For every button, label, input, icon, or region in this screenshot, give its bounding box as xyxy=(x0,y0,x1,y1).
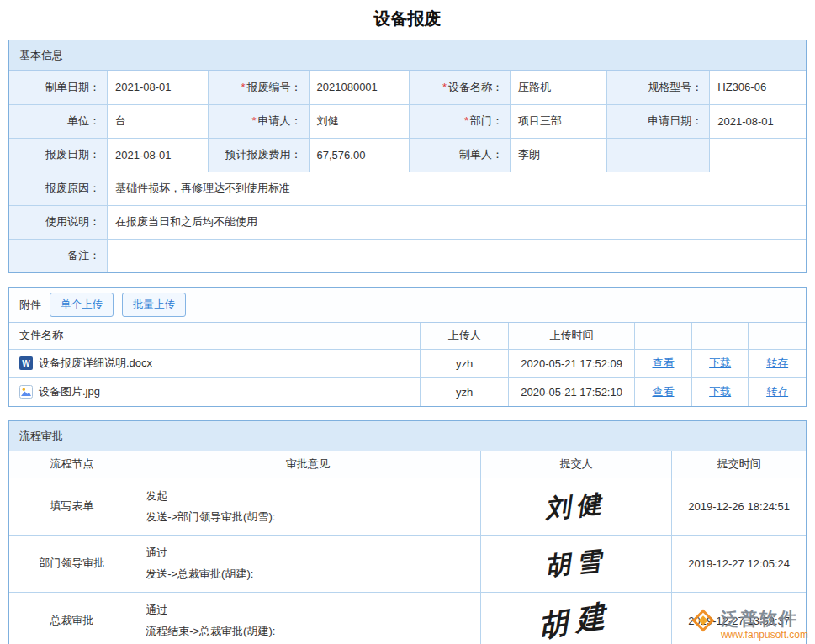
actions-header-cell xyxy=(634,323,691,349)
file-name-text: 设备图片.jpg xyxy=(39,384,100,399)
field-label-device-name: *设备名称： xyxy=(410,71,511,104)
label-text: 制单日期： xyxy=(45,81,100,93)
word-file-icon: W xyxy=(19,356,33,370)
label-text: 使用说明： xyxy=(45,215,100,228)
view-link[interactable]: 查看 xyxy=(652,356,674,369)
basic-row-1: 制单日期： 2021-08-01 *报废编号： 2021080001 *设备名称… xyxy=(9,71,806,104)
required-marker: * xyxy=(442,81,447,93)
field-label-scrap-reason: 报废原因： xyxy=(9,172,107,205)
field-label-maker: 制单人： xyxy=(410,138,511,172)
transfer-link[interactable]: 转存 xyxy=(766,385,788,398)
field-label-empty xyxy=(606,138,710,172)
single-upload-button[interactable]: 单个上传 xyxy=(50,293,114,317)
signature: 刘健 xyxy=(543,486,609,527)
approval-flow-title: 流程审批 xyxy=(19,429,63,444)
submitter-signature-cell: 胡建 xyxy=(481,592,672,644)
field-label-scrap-no: *报废编号： xyxy=(208,71,309,104)
view-cell: 查看 xyxy=(634,377,691,406)
field-value-applicant: 刘健 xyxy=(309,104,410,138)
submitter-signature-cell: 胡雪 xyxy=(481,535,672,592)
approval-header-row: 流程节点 审批意见 提交人 提交时间 xyxy=(9,451,806,478)
batch-upload-button[interactable]: 批量上传 xyxy=(122,293,186,317)
field-value-make-date: 2021-08-01 xyxy=(107,71,208,104)
opinion-line2: 流程结束->总裁审批(胡建): xyxy=(146,624,480,639)
field-value-device-name: 压路机 xyxy=(511,71,607,104)
field-label-unit: 单位： xyxy=(9,104,107,138)
file-row: 设备图片.jpg yzh 2020-05-21 17:52:10 查看 下载 转… xyxy=(9,377,806,406)
download-cell: 下载 xyxy=(692,349,749,377)
value-text: 项目三部 xyxy=(518,114,562,127)
field-value-estimated-cost: 67,576.00 xyxy=(309,138,410,172)
transfer-link[interactable]: 转存 xyxy=(766,356,788,369)
opinion-line2: 发送->总裁审批(胡建): xyxy=(146,567,480,582)
field-value-apply-date: 2021-08-01 xyxy=(710,104,806,138)
value-text: 2021-08-01 xyxy=(717,115,774,128)
field-value-scrap-reason: 基础件损坏，再修理达不到使用标准 xyxy=(107,172,806,205)
download-cell: 下载 xyxy=(692,377,749,406)
actions-header-cell xyxy=(749,323,806,349)
field-value-department: 项目三部 xyxy=(511,104,607,138)
basic-row-reason: 报废原因： 基础件损坏，再修理达不到使用标准 xyxy=(9,172,806,205)
approval-row: 总裁审批 通过 流程结束->总裁审批(胡建): 胡建 2019-12-27 13… xyxy=(9,592,806,644)
flow-node-cell: 填写表单 xyxy=(9,478,135,535)
file-name-header: 文件名称 xyxy=(9,323,421,349)
value-text: 在报废当日和之后均不能使用 xyxy=(115,215,257,228)
submitter-signature-cell: 刘健 xyxy=(481,478,672,535)
basic-row-usage: 使用说明： 在报废当日和之后均不能使用 xyxy=(9,205,806,239)
attachments-header-row: 文件名称 上传人 上传时间 xyxy=(9,323,806,349)
field-value-scrap-date: 2021-08-01 xyxy=(107,138,208,172)
transfer-cell: 转存 xyxy=(749,349,806,377)
approval-flow-header: 流程审批 xyxy=(9,421,806,451)
view-link[interactable]: 查看 xyxy=(652,385,674,398)
label-text: 报废日期： xyxy=(45,148,100,161)
required-marker: * xyxy=(464,114,468,127)
upload-time-header: 上传时间 xyxy=(509,323,635,349)
approval-row: 填写表单 发起 发送->部门领导审批(胡雪): 刘健 2019-12-26 18… xyxy=(9,478,806,535)
submit-time-cell: 2019-12-26 18:24:51 xyxy=(672,478,806,535)
field-label-applicant: *申请人： xyxy=(208,104,309,138)
uploader-header: 上传人 xyxy=(421,323,509,349)
label-text: 备注： xyxy=(67,249,100,261)
label-text: 规格型号： xyxy=(648,81,702,93)
value-text: 李朗 xyxy=(518,148,540,161)
upload-time-cell: 2020-05-21 17:52:09 xyxy=(509,349,635,377)
fanpu-logo: 泛普软件 www.fanpusoft.com xyxy=(690,609,808,641)
opinion-cell: 通过 流程结束->总裁审批(胡建): xyxy=(135,592,481,644)
signature: 胡建 xyxy=(537,594,615,644)
approval-flow-table: 流程节点 审批意见 提交人 提交时间 填写表单 发起 发送->部门领导审批(胡雪… xyxy=(9,451,806,644)
uploader-cell: yzh xyxy=(421,349,509,377)
field-value-usage-note: 在报废当日和之后均不能使用 xyxy=(107,205,806,239)
basic-info-panel: 基本信息 制单日期： 2021-08-01 *报废编号： 2021080001 … xyxy=(8,40,807,273)
submit-time-cell: 2019-12-27 12:05:24 xyxy=(672,535,806,592)
opinion-line2: 发送->部门领导审批(胡雪): xyxy=(146,509,480,525)
attachments-panel: 附件 单个上传 批量上传 文件名称 上传人 上传时间 W xyxy=(8,287,807,407)
download-link[interactable]: 下载 xyxy=(709,356,731,369)
basic-info-table: 制单日期： 2021-08-01 *报废编号： 2021080001 *设备名称… xyxy=(9,71,806,272)
opinion-line1: 通过 xyxy=(146,603,480,618)
field-label-estimated-cost: 预计报废费用： xyxy=(208,138,309,172)
value-text: HZ306-06 xyxy=(717,81,766,93)
opinion-line1: 通过 xyxy=(146,546,480,561)
label-text: 制单人： xyxy=(459,148,503,161)
opinion-cell: 通过 发送->总裁审批(胡建): xyxy=(135,535,481,592)
file-name-text: 设备报废详细说明.docx xyxy=(39,356,152,371)
file-name-cell: 设备图片.jpg xyxy=(9,377,421,406)
file-name-cell: W 设备报废详细说明.docx xyxy=(9,349,421,377)
label-text: 部门： xyxy=(470,114,503,127)
upload-time-cell: 2020-05-21 17:52:10 xyxy=(509,377,635,406)
flow-node-cell: 部门领导审批 xyxy=(9,535,135,592)
file-row: W 设备报废详细说明.docx yzh 2020-05-21 17:52:09 … xyxy=(9,349,806,377)
field-value-unit: 台 xyxy=(107,104,208,138)
flow-node-cell: 总裁审批 xyxy=(9,592,135,644)
field-value-spec-model: HZ306-06 xyxy=(710,71,806,104)
opinion-header: 审批意见 xyxy=(135,451,481,478)
field-value-remark xyxy=(107,239,806,272)
field-label-make-date: 制单日期： xyxy=(9,71,107,104)
image-file-icon xyxy=(19,385,33,399)
required-marker: * xyxy=(241,81,245,93)
page-title: 设备报废 xyxy=(0,0,815,40)
download-link[interactable]: 下载 xyxy=(709,385,731,398)
value-text: 2021080001 xyxy=(317,81,378,93)
uploader-cell: yzh xyxy=(421,377,509,406)
submitter-header: 提交人 xyxy=(481,451,672,478)
